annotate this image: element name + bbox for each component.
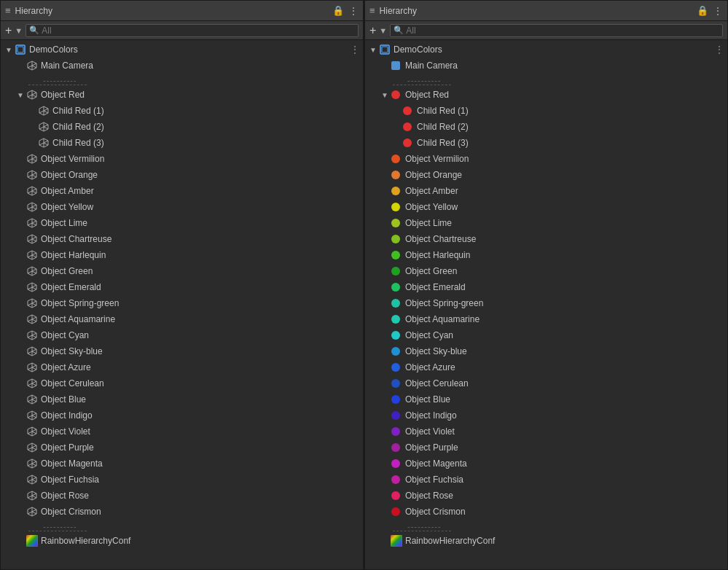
list-item[interactable]: Object Vermilion bbox=[1, 151, 363, 167]
list-item[interactable]: Main Camera bbox=[1, 58, 363, 74]
list-item[interactable]: Object Cerulean bbox=[1, 375, 363, 391]
search-input[interactable] bbox=[42, 26, 355, 36]
list-item[interactable]: Object Orange bbox=[365, 167, 727, 183]
list-item[interactable]: Object Sky-blue bbox=[365, 343, 727, 359]
list-item[interactable]: Object Harlequin bbox=[365, 247, 727, 263]
list-item[interactable]: Object Lime bbox=[1, 215, 363, 231]
context-menu-icon[interactable]: ⋮ bbox=[714, 44, 724, 55]
list-item[interactable]: Object Blue bbox=[365, 391, 727, 407]
list-item[interactable]: Object Rose bbox=[1, 488, 363, 504]
list-item[interactable]: Child Red (2) bbox=[1, 119, 363, 135]
list-item[interactable]: Object Purple bbox=[1, 440, 363, 456]
color-dot-icon bbox=[390, 441, 403, 454]
dropdown-arrow-icon[interactable]: ▼ bbox=[379, 26, 387, 35]
more-icon[interactable]: ⋮ bbox=[713, 5, 723, 17]
list-item[interactable]: Object Emerald bbox=[365, 279, 727, 295]
color-dot-icon bbox=[402, 120, 415, 133]
list-item[interactable]: Object Fuchsia bbox=[1, 472, 363, 488]
cube-icon bbox=[26, 425, 39, 438]
color-dot-icon bbox=[390, 425, 403, 438]
list-item[interactable]: Object Violet bbox=[1, 423, 363, 440]
list-item[interactable]: Object Aquamarine bbox=[1, 311, 363, 327]
list-item[interactable]: Child Red (3) bbox=[1, 135, 363, 151]
list-item[interactable]: Object Magenta bbox=[1, 456, 363, 472]
item-label: Object Azure bbox=[405, 362, 455, 372]
list-item[interactable]: Main Camera bbox=[365, 58, 727, 74]
list-item[interactable]: Object Cerulean bbox=[365, 375, 727, 391]
item-label: Object Amber bbox=[405, 186, 458, 196]
color-dot-icon bbox=[390, 184, 403, 198]
list-item[interactable]: Object Green bbox=[1, 263, 363, 279]
list-item[interactable]: Object Spring-green bbox=[1, 295, 363, 311]
search-input[interactable] bbox=[406, 26, 719, 36]
list-item[interactable]: Object Blue bbox=[1, 391, 363, 407]
panel-title: Hierarchy bbox=[380, 6, 417, 16]
list-item[interactable]: Object Lime bbox=[365, 215, 727, 231]
list-item[interactable]: Object Vermilion bbox=[365, 151, 727, 167]
list-item[interactable]: ▼ Object Red bbox=[1, 87, 363, 103]
context-menu-icon[interactable]: ⋮ bbox=[350, 44, 360, 55]
list-item[interactable]: Child Red (3) bbox=[365, 135, 727, 151]
list-item[interactable]: Object Azure bbox=[1, 359, 363, 375]
list-item[interactable]: Object Emerald bbox=[1, 279, 363, 295]
lock-icon[interactable]: 🔒 bbox=[697, 5, 708, 16]
list-item[interactable]: RainbowHierarchyConf bbox=[365, 533, 727, 549]
list-item[interactable]: Object Sky-blue bbox=[1, 343, 363, 359]
list-item[interactable]: Object Crismon bbox=[365, 504, 727, 520]
tree-root-item[interactable]: ▼ DemoColors⋮ bbox=[1, 42, 363, 58]
list-item[interactable]: Object Purple bbox=[365, 440, 727, 456]
list-item[interactable]: Object Cyan bbox=[1, 327, 363, 343]
dropdown-arrow-icon[interactable]: ▼ bbox=[15, 26, 23, 35]
list-item[interactable]: Object Aquamarine bbox=[365, 311, 727, 327]
item-label: Object Magenta bbox=[41, 458, 103, 469]
list-item[interactable]: Object Crismon bbox=[1, 504, 363, 520]
color-dot-icon bbox=[390, 489, 403, 502]
list-item[interactable]: Object Yellow bbox=[365, 199, 727, 215]
rainbow-icon bbox=[26, 534, 39, 547]
list-item[interactable]: ▼Object Red bbox=[365, 87, 727, 103]
list-item[interactable]: Object Orange bbox=[1, 167, 363, 183]
list-item[interactable]: Object Chartreuse bbox=[1, 231, 363, 247]
tree-root-item[interactable]: ▼ DemoColors⋮ bbox=[365, 42, 727, 58]
cube-icon bbox=[26, 200, 39, 214]
scene-icon bbox=[14, 43, 27, 56]
list-item[interactable]: Object Fuchsia bbox=[365, 472, 727, 488]
hamburger-icon[interactable]: ≡ bbox=[5, 5, 11, 16]
list-item[interactable]: Object Indigo bbox=[1, 407, 363, 423]
list-item[interactable]: Object Green bbox=[365, 263, 727, 279]
list-item[interactable]: Child Red (1) bbox=[365, 103, 727, 119]
lock-icon[interactable]: 🔒 bbox=[332, 5, 344, 16]
list-item[interactable]: Object Yellow bbox=[1, 199, 363, 215]
cube-icon bbox=[26, 473, 39, 486]
expand-arrow-icon[interactable]: ▼ bbox=[380, 91, 390, 99]
list-item[interactable]: RainbowHierarchyConf bbox=[1, 533, 363, 549]
item-label: Object Spring-green bbox=[41, 298, 119, 308]
list-item[interactable]: Object Amber bbox=[1, 183, 363, 199]
expand-arrow-icon[interactable]: ▼ bbox=[4, 46, 14, 54]
expand-arrow-icon[interactable]: ▼ bbox=[15, 91, 26, 99]
more-icon[interactable]: ⋮ bbox=[348, 5, 359, 17]
item-label: Object Violet bbox=[405, 426, 455, 437]
list-item[interactable]: Object Cyan bbox=[365, 327, 727, 343]
expand-arrow-icon[interactable]: ▼ bbox=[368, 46, 378, 54]
item-label: Object Purple bbox=[405, 442, 458, 453]
hamburger-icon[interactable]: ≡ bbox=[369, 5, 375, 16]
list-item[interactable]: Object Indigo bbox=[365, 407, 727, 423]
item-label: Child Red (3) bbox=[52, 138, 104, 148]
list-item[interactable]: Object Chartreuse bbox=[365, 231, 727, 247]
list-item[interactable]: Object Azure bbox=[365, 359, 727, 375]
item-label: Object Violet bbox=[41, 426, 90, 437]
list-item[interactable]: Object Amber bbox=[365, 183, 727, 199]
cube-icon bbox=[26, 377, 39, 390]
add-button[interactable]: + bbox=[369, 25, 376, 36]
list-item[interactable]: Object Spring-green bbox=[365, 295, 727, 311]
list-item[interactable]: Object Magenta bbox=[365, 456, 727, 472]
list-item[interactable]: Child Red (1) bbox=[1, 103, 363, 119]
list-item[interactable]: Object Violet bbox=[365, 423, 727, 440]
color-dot-icon bbox=[390, 297, 403, 310]
list-item[interactable]: Object Harlequin bbox=[1, 247, 363, 263]
list-item[interactable]: Child Red (2) bbox=[365, 119, 727, 135]
list-item[interactable]: Object Rose bbox=[365, 488, 727, 504]
item-label: Object Green bbox=[405, 266, 457, 276]
add-button[interactable]: + bbox=[5, 25, 12, 36]
